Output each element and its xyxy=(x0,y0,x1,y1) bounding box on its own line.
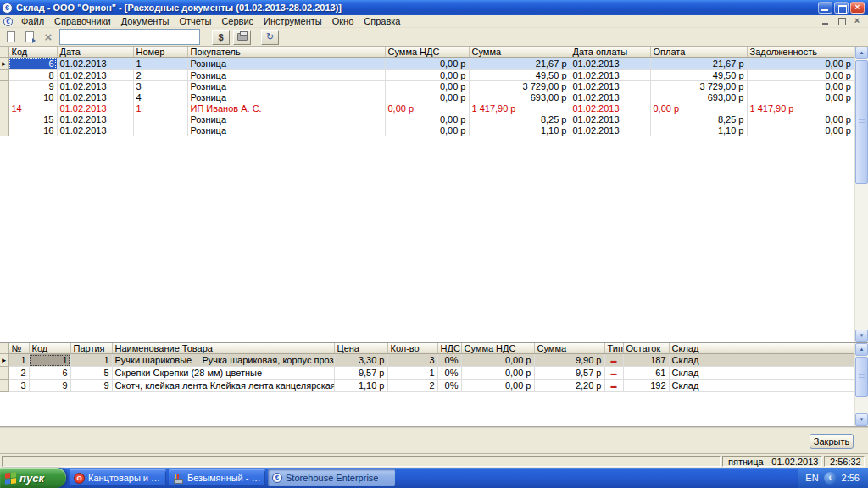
column-header[interactable]: Номер xyxy=(133,47,187,58)
table-cell[interactable]: 01.02.2013 xyxy=(57,125,133,136)
table-cell[interactable]: 2 xyxy=(133,70,187,81)
column-header[interactable]: Склад xyxy=(669,343,854,354)
table-cell[interactable]: 0,00 р xyxy=(385,125,469,136)
mdi-document-icon[interactable]: € xyxy=(3,17,13,26)
table-cell[interactable]: Ручки шариковые Ручка шариковая, корпус … xyxy=(112,354,334,367)
table-cell[interactable]: 1 xyxy=(133,58,187,70)
scroll-up-icon[interactable]: ▲ xyxy=(855,343,868,356)
table-cell[interactable]: 9 xyxy=(8,81,57,92)
table-cell[interactable]: ИП Иванов А. С. xyxy=(187,103,385,114)
table-cell[interactable]: 01.02.2013 xyxy=(570,103,650,114)
table-cell[interactable]: 0,00 р xyxy=(461,380,534,392)
mdi-restore-button[interactable] xyxy=(836,16,848,26)
table-cell[interactable]: 0,00 р xyxy=(385,70,469,81)
table-cell[interactable]: 9 xyxy=(29,380,70,392)
table-cell[interactable]: 8 xyxy=(8,70,57,81)
menu-item[interactable]: Сервис xyxy=(216,15,259,27)
table-row[interactable]: 1601.02.2013Розница0,00 р1,10 р01.02.201… xyxy=(0,125,854,136)
column-header[interactable]: Оплата xyxy=(650,47,747,58)
restore-button[interactable] xyxy=(834,2,849,14)
table-cell[interactable]: 9 xyxy=(70,380,112,392)
table-cell[interactable]: 01.02.2013 xyxy=(570,114,650,125)
search-input[interactable] xyxy=(59,29,200,45)
column-header[interactable]: Тип xyxy=(604,343,623,354)
table-cell[interactable]: 0,00 р xyxy=(385,103,469,114)
table-cell[interactable]: 3 xyxy=(133,81,187,92)
table-cell[interactable]: Склад xyxy=(669,380,854,392)
table-cell[interactable]: 0,00 р xyxy=(461,354,534,367)
table-row[interactable]: 901.02.20133Розница0,00 р3 729,00 р01.02… xyxy=(0,81,854,92)
table-cell[interactable]: Розница xyxy=(187,114,385,125)
table-cell[interactable]: 6 xyxy=(29,367,70,380)
column-header[interactable]: Дата оплаты xyxy=(570,47,650,58)
table-cell[interactable]: 01.02.2013 xyxy=(57,58,133,70)
table-cell[interactable]: 3 729,00 р xyxy=(469,81,570,92)
menu-item[interactable]: Документы xyxy=(116,15,175,27)
new-document-button[interactable] xyxy=(3,30,19,44)
table-cell[interactable]: Розница xyxy=(187,70,385,81)
table-cell[interactable]: 01.02.2013 xyxy=(570,70,650,81)
table-cell[interactable]: 0,00 р xyxy=(650,103,747,114)
table-cell[interactable]: 2,20 р xyxy=(534,380,604,392)
table-cell[interactable]: 9,57 р xyxy=(534,367,604,380)
table-cell[interactable]: 4 xyxy=(133,92,187,103)
menu-item[interactable]: Справка xyxy=(359,15,405,27)
table-cell[interactable]: Скрепки Скрепки (28 мм) цветные xyxy=(112,367,334,380)
table-cell[interactable]: 49,50 р xyxy=(469,70,570,81)
table-cell[interactable]: 0% xyxy=(437,367,461,380)
scrollbar-thumb[interactable] xyxy=(855,60,868,184)
menu-item[interactable]: Окно xyxy=(327,15,359,27)
table-cell[interactable]: 21,67 р xyxy=(650,58,747,70)
table-cell[interactable]: 2 xyxy=(8,367,29,380)
table-cell[interactable]: Розница xyxy=(187,125,385,136)
column-header[interactable]: Остаток xyxy=(623,343,669,354)
table-cell[interactable]: 01.02.2013 xyxy=(570,92,650,103)
table-cell[interactable]: ▬ xyxy=(604,367,623,380)
table-cell[interactable]: 6 xyxy=(8,58,57,70)
close-button[interactable]: × xyxy=(850,2,865,14)
column-header[interactable]: Сумма НДС xyxy=(385,47,469,58)
table-cell[interactable]: 1,10 р xyxy=(650,125,747,136)
menu-item[interactable]: Файл xyxy=(16,15,49,27)
table-cell[interactable]: Склад xyxy=(669,354,854,367)
table-cell[interactable]: 192 xyxy=(623,380,669,392)
table-cell[interactable]: 01.02.2013 xyxy=(57,70,133,81)
table-cell[interactable]: 01.02.2013 xyxy=(57,114,133,125)
table-cell[interactable]: 0,00 р xyxy=(747,114,854,125)
column-header[interactable]: № xyxy=(8,343,29,354)
open-document-button[interactable] xyxy=(22,30,37,44)
table-row[interactable]: 1001.02.20134Розница0,00 р693,00 р01.02.… xyxy=(0,92,854,103)
table-cell[interactable]: 01.02.2013 xyxy=(57,81,133,92)
table-cell[interactable]: 1,10 р xyxy=(469,125,570,136)
table-cell[interactable]: 1 xyxy=(29,354,70,367)
table-cell[interactable]: 0,00 р xyxy=(747,125,854,136)
print-button[interactable] xyxy=(233,30,251,45)
table-cell[interactable]: 3,30 р xyxy=(334,354,387,367)
table-cell[interactable]: 0,00 р xyxy=(747,70,854,81)
table-cell[interactable]: 0,00 р xyxy=(747,92,854,103)
table-cell[interactable]: 0,00 р xyxy=(747,81,854,92)
menu-item[interactable]: Инструменты xyxy=(259,15,327,27)
table-cell[interactable]: 49,50 р xyxy=(650,70,747,81)
table-cell[interactable]: 8,25 р xyxy=(650,114,747,125)
table-row[interactable]: 265Скрепки Скрепки (28 мм) цветные9,57 р… xyxy=(0,367,854,380)
table-row[interactable]: ►111Ручки шариковые Ручка шариковая, кор… xyxy=(0,354,854,367)
table-cell[interactable]: 14 xyxy=(8,103,57,114)
refresh-button[interactable]: ↻ xyxy=(261,30,279,45)
scroll-up-icon[interactable]: ▲ xyxy=(855,47,868,59)
table-cell[interactable] xyxy=(133,114,187,125)
table-cell[interactable]: Розница xyxy=(187,58,385,70)
table-cell[interactable]: 3 xyxy=(387,354,437,367)
table-row[interactable]: 1501.02.2013Розница0,00 р8,25 р01.02.201… xyxy=(0,114,854,125)
column-header[interactable]: Код xyxy=(8,47,57,58)
table-cell[interactable]: 0% xyxy=(437,354,461,367)
table-cell[interactable]: 21,67 р xyxy=(469,58,570,70)
menu-item[interactable]: Справочники xyxy=(49,15,116,27)
table-cell[interactable]: 1 xyxy=(70,354,112,367)
table-cell[interactable]: 9,57 р xyxy=(334,367,387,380)
column-header[interactable]: Задолженность xyxy=(747,47,854,58)
table-cell[interactable]: 1 xyxy=(133,103,187,114)
table-cell[interactable]: 01.02.2013 xyxy=(570,81,650,92)
column-header[interactable]: Наименование Товара xyxy=(112,343,334,354)
column-header[interactable]: Сумма xyxy=(534,343,604,354)
